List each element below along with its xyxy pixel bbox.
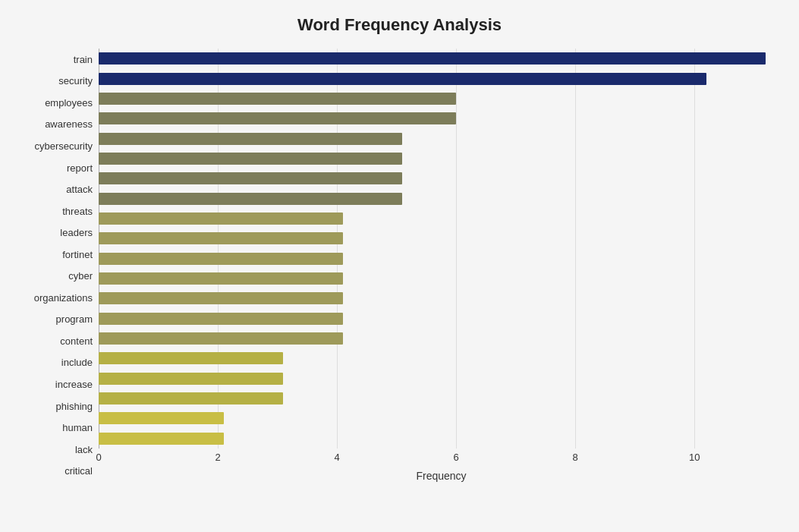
bar bbox=[99, 133, 402, 145]
bar bbox=[99, 332, 343, 345]
y-label: critical bbox=[64, 463, 93, 480]
bar bbox=[99, 232, 343, 244]
bar bbox=[99, 373, 283, 385]
y-label: attack bbox=[66, 181, 93, 198]
grid-line bbox=[337, 49, 338, 449]
y-label: employees bbox=[45, 94, 93, 111]
y-label: security bbox=[58, 73, 93, 90]
bar-row bbox=[99, 131, 784, 147]
y-label: leaders bbox=[60, 225, 93, 241]
bar-row bbox=[99, 350, 784, 367]
bar bbox=[99, 392, 283, 405]
bar-row bbox=[99, 390, 784, 407]
bar bbox=[99, 112, 456, 124]
bar-row bbox=[99, 210, 784, 227]
y-label: cyber bbox=[68, 268, 93, 285]
y-label: include bbox=[61, 354, 93, 371]
x-tick: 4 bbox=[334, 452, 339, 463]
bar bbox=[99, 153, 402, 165]
bar-row bbox=[99, 170, 784, 187]
y-axis: trainsecurityemployeesawarenesscybersecu… bbox=[15, 49, 99, 482]
bar-row bbox=[99, 310, 784, 327]
y-label: phishing bbox=[56, 398, 93, 414]
bar bbox=[99, 172, 402, 184]
bar-row bbox=[99, 410, 784, 427]
bar-row bbox=[99, 110, 784, 127]
bar bbox=[99, 412, 224, 424]
grid-line bbox=[575, 49, 576, 449]
y-label: lack bbox=[75, 441, 93, 458]
bars-area: 0246810 Frequency bbox=[99, 49, 784, 482]
bar-row bbox=[99, 230, 784, 247]
bar-row bbox=[99, 330, 784, 347]
y-label: cybersecurity bbox=[34, 137, 93, 154]
bar bbox=[99, 52, 766, 65]
y-label: content bbox=[60, 332, 93, 349]
bar-row bbox=[99, 190, 784, 207]
bar-row bbox=[99, 250, 784, 267]
x-tick: 0 bbox=[96, 452, 101, 463]
y-label: fortinet bbox=[62, 246, 93, 263]
chart-container: Word Frequency Analysis trainsecurityemp… bbox=[0, 0, 799, 532]
y-label: report bbox=[67, 159, 93, 176]
bar bbox=[99, 272, 343, 285]
bar bbox=[99, 253, 343, 265]
y-label: human bbox=[62, 420, 93, 436]
y-label: organizations bbox=[34, 289, 93, 306]
bar bbox=[99, 73, 706, 85]
grid-line bbox=[218, 49, 219, 449]
x-axis-label: Frequency bbox=[99, 470, 784, 482]
bar-row bbox=[99, 370, 784, 387]
bar-row bbox=[99, 150, 784, 167]
y-label: awareness bbox=[45, 116, 93, 133]
bar bbox=[99, 193, 402, 205]
bar-row bbox=[99, 50, 784, 67]
bar bbox=[99, 212, 343, 225]
x-tick: 10 bbox=[689, 452, 700, 463]
bar-row bbox=[99, 90, 784, 107]
bar bbox=[99, 292, 343, 304]
bar bbox=[99, 313, 343, 325]
x-tick: 6 bbox=[454, 452, 459, 463]
y-label: train bbox=[74, 51, 93, 68]
bar bbox=[99, 93, 456, 105]
grid-line bbox=[456, 49, 457, 449]
bar-row bbox=[99, 71, 784, 87]
bar-row bbox=[99, 270, 784, 287]
x-tick: 2 bbox=[215, 452, 220, 463]
bar-row bbox=[99, 430, 784, 447]
bar bbox=[99, 433, 224, 445]
y-label: increase bbox=[55, 376, 93, 392]
bar-row bbox=[99, 290, 784, 307]
chart-title: Word Frequency Analysis bbox=[15, 15, 784, 35]
grid-line bbox=[694, 49, 695, 449]
y-label: threats bbox=[62, 203, 93, 219]
bar bbox=[99, 352, 283, 364]
grid-line bbox=[99, 49, 99, 449]
x-tick: 8 bbox=[573, 452, 578, 463]
y-label: program bbox=[56, 311, 93, 328]
